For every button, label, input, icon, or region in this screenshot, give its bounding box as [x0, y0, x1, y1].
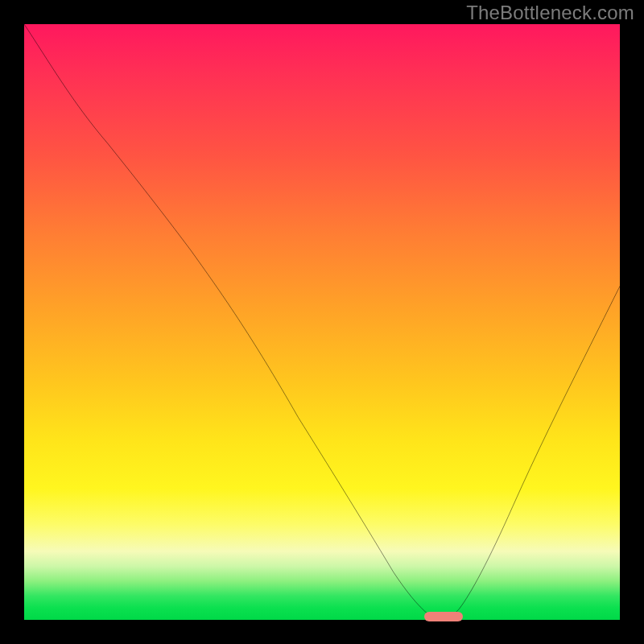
watermark-text: TheBottleneck.com: [466, 2, 634, 24]
plot-area: [24, 24, 620, 620]
curve-path: [24, 24, 620, 620]
bottleneck-curve: [24, 24, 620, 620]
bottleneck-chart: TheBottleneck.com: [0, 0, 644, 644]
optimal-range-marker: [424, 612, 462, 621]
